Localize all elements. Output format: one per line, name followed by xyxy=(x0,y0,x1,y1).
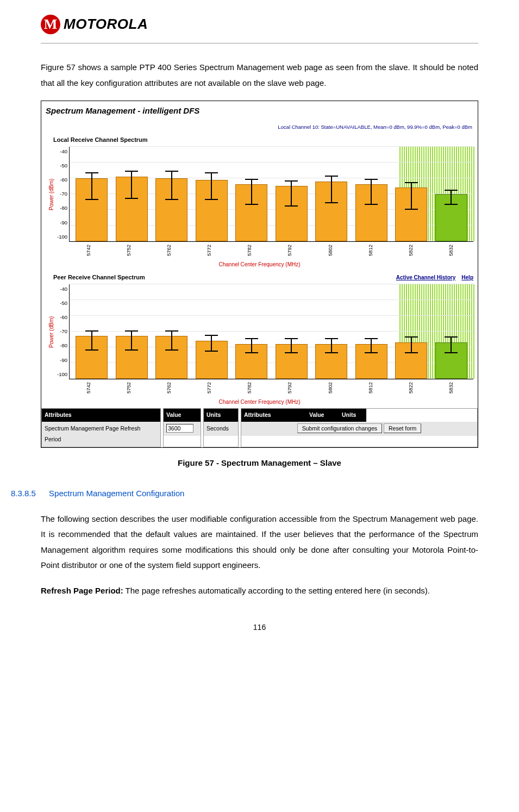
x-axis-ticks: 5742575257625772578257925802581258225832 xyxy=(66,379,473,396)
col-header: Value xyxy=(307,409,339,422)
attr-name: Spectrum Management Page Refresh Period xyxy=(42,422,160,447)
channel-bar[interactable] xyxy=(192,147,232,241)
section-para-2: Refresh Page Period: The page refreshes … xyxy=(41,583,478,599)
col-header: Units xyxy=(204,409,238,422)
channel-bar[interactable] xyxy=(311,147,352,241)
y-axis-ticks: -40-50-60-70-80-90-100 xyxy=(57,284,69,379)
col-header: Units xyxy=(339,409,366,422)
y-axis-label: Power (dBm) xyxy=(46,147,57,242)
channel-bar[interactable] xyxy=(152,284,192,379)
y-axis-ticks: -40-50-60-70-80-90-100 xyxy=(57,147,69,242)
brand-name: MOTOROLA xyxy=(64,11,148,38)
channel-bar[interactable] xyxy=(192,284,232,379)
section-heading: 8.3.8.5 Spectrum Management Configuratio… xyxy=(11,486,478,502)
col-header: Value xyxy=(164,409,201,422)
channel-bar[interactable] xyxy=(152,147,192,241)
channel-bar[interactable] xyxy=(352,284,392,379)
peer-chart-title: Peer Receive Channel Spectrum xyxy=(53,272,145,283)
brand-header: M MOTOROLA xyxy=(41,11,478,43)
channel-bar[interactable] xyxy=(112,147,152,241)
channel-bar[interactable] xyxy=(72,147,112,241)
plot-area-peer xyxy=(69,284,473,379)
motorola-logo-icon: M xyxy=(41,15,60,34)
channel-bar[interactable] xyxy=(352,147,392,241)
col-header: Attributes xyxy=(42,409,160,422)
x-axis-ticks: 5742575257625772578257925802581258225832 xyxy=(66,242,473,258)
units-cell: Seconds xyxy=(204,422,238,436)
help-link[interactable]: Help xyxy=(461,274,473,280)
section-number: 8.3.8.5 xyxy=(11,489,36,498)
local-chart-title: Local Receive Channel Spectrum xyxy=(53,134,148,146)
para2-rest: The page refreshes automatically accordi… xyxy=(123,586,430,595)
section-title: Spectrum Management Configuration xyxy=(49,489,184,498)
channel-bar[interactable] xyxy=(391,284,432,379)
peer-spectrum-chart: Peer Receive Channel Spectrum Active Cha… xyxy=(41,271,478,408)
para2-label: Refresh Page Period: xyxy=(41,586,123,595)
plot-area-local xyxy=(69,147,473,242)
figure-caption: Figure 57 - Spectrum Management – Slave xyxy=(41,455,478,471)
refresh-period-input[interactable] xyxy=(166,424,193,433)
local-spectrum-chart: Local Receive Channel Spectrum Power (dB… xyxy=(41,133,478,271)
y-axis-label: Power (dBm) xyxy=(46,284,57,379)
spectrum-management-figure: Spectrum Management - intelligent DFS Lo… xyxy=(41,101,478,447)
x-axis-label: Channel Center Frequency (MHz) xyxy=(46,397,473,407)
section-para-1: The following section describes the user… xyxy=(41,511,478,573)
channel-bar[interactable] xyxy=(72,284,112,379)
channel-bar[interactable] xyxy=(391,147,432,241)
channel-bar[interactable] xyxy=(311,284,352,379)
channel-bar[interactable] xyxy=(112,284,152,379)
x-axis-label: Channel Center Frequency (MHz) xyxy=(46,259,473,270)
channel-bar[interactable] xyxy=(232,147,272,241)
panel-title: Spectrum Management - intelligent DFS xyxy=(41,101,478,121)
submit-config-button[interactable] xyxy=(297,423,382,433)
config-table: Attributes Spectrum Management Page Refr… xyxy=(41,408,478,447)
channel-bar[interactable] xyxy=(272,147,312,241)
channel-bar[interactable] xyxy=(432,147,472,241)
channel-bar[interactable] xyxy=(232,284,272,379)
reset-form-button[interactable] xyxy=(384,423,421,433)
active-channel-history-link[interactable]: Active Channel History xyxy=(396,274,455,280)
channel-status-text: Local Channel 10: State=UNAVAILABLE, Mea… xyxy=(41,121,478,133)
col-header: Attributes xyxy=(241,409,307,422)
intro-paragraph: Figure 57 shows a sample PTP 400 Series … xyxy=(41,60,478,91)
channel-bar[interactable] xyxy=(432,284,472,379)
page-number: 116 xyxy=(41,620,478,635)
channel-bar[interactable] xyxy=(272,284,312,379)
